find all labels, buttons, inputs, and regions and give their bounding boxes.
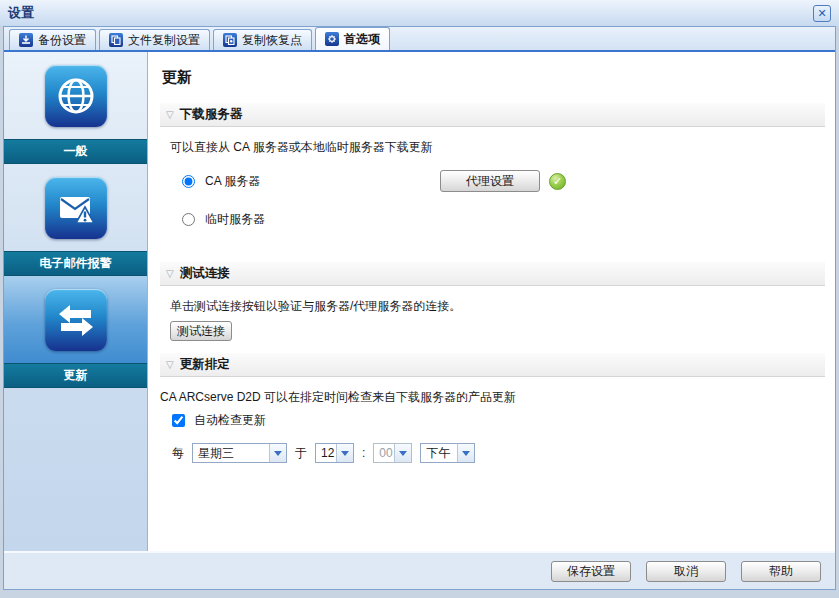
ca-server-label: CA 服务器	[205, 173, 260, 190]
file-copy-icon	[109, 33, 123, 47]
section-test-connection: ▽ 测试连接 单击测试连接按钮以验证与服务器/代理服务器的连接。 测试连接	[160, 262, 825, 353]
copy-recovery-icon	[223, 33, 237, 47]
main-content: 更新 ▽ 下载服务器 可以直接从 CA 服务器或本地临时服务器下载更新 CA 服…	[148, 52, 835, 551]
section-header-label: 下载服务器	[180, 106, 243, 123]
download-server-description: 可以直接从 CA 服务器或本地临时服务器下载更新	[170, 139, 825, 156]
sidebar-item-label: 一般	[4, 139, 147, 164]
collapse-icon[interactable]: ▽	[166, 110, 174, 120]
green-check-icon: ✓	[549, 173, 566, 190]
sidebar-item-label: 更新	[4, 363, 147, 388]
tab-label: 备份设置	[38, 32, 86, 49]
hour-select[interactable]: 12	[315, 443, 354, 463]
save-settings-button[interactable]: 保存设置	[551, 561, 631, 582]
chevron-down-icon[interactable]	[457, 444, 474, 462]
close-icon[interactable]: ✕	[813, 5, 831, 22]
auto-check-updates-checkbox[interactable]	[172, 414, 185, 427]
settings-dialog: 设置 ✕ 备份设置 文件复制设置 复制恢复点	[0, 0, 839, 598]
sidebar-item-general[interactable]: 一般	[4, 52, 147, 164]
page-title: 更新	[162, 68, 825, 87]
every-label: 每	[172, 445, 184, 462]
test-connection-button[interactable]: 测试连接	[170, 321, 232, 341]
test-connection-description: 单击测试连接按钮以验证与服务器/代理服务器的连接。	[170, 298, 825, 315]
email-alert-icon	[45, 177, 107, 239]
window-title: 设置	[8, 4, 34, 22]
staging-server-label: 临时服务器	[205, 211, 265, 228]
day-of-week-value: 星期三	[193, 444, 269, 462]
hour-value: 12	[316, 444, 336, 462]
dialog-panel: 备份设置 文件复制设置 复制恢复点 首选项	[3, 26, 836, 590]
tab-label: 文件复制设置	[128, 32, 200, 49]
tab-file-copy-settings[interactable]: 文件复制设置	[99, 29, 210, 50]
schedule-row: 每 星期三 于 12 : 00	[172, 443, 825, 463]
ampm-value: 下午	[421, 444, 457, 462]
staging-server-radio-row: 临时服务器	[182, 208, 825, 230]
minute-select[interactable]: 00	[373, 443, 412, 463]
ca-server-radio-row: CA 服务器 代理设置 ✓	[182, 170, 825, 192]
title-bar: 设置 ✕	[0, 0, 839, 26]
tab-preferences[interactable]: 首选项	[315, 27, 390, 50]
sidebar-item-updates[interactable]: 更新	[4, 276, 147, 388]
at-label: 于	[295, 445, 307, 462]
staging-server-radio[interactable]	[182, 213, 195, 226]
tab-strip: 备份设置 文件复制设置 复制恢复点 首选项	[4, 27, 835, 52]
dialog-body: 一般 电子邮件报	[4, 52, 835, 551]
sidebar: 一般 电子邮件报	[4, 52, 148, 551]
section-download-server: ▽ 下载服务器 可以直接从 CA 服务器或本地临时服务器下载更新 CA 服务器 …	[160, 103, 825, 262]
tab-label: 首选项	[344, 31, 380, 48]
footer-bar: 保存设置 取消 帮助	[4, 551, 835, 589]
update-schedule-description: CA ARCserve D2D 可以在排定时间检查来自下载服务器的产品更新	[160, 389, 825, 406]
section-header-label: 测试连接	[180, 265, 230, 282]
ampm-select[interactable]: 下午	[420, 443, 475, 463]
update-arrows-icon	[45, 289, 107, 351]
globe-icon	[45, 65, 107, 127]
sidebar-item-label: 电子邮件报警	[4, 251, 147, 276]
minute-value: 00	[374, 444, 394, 462]
auto-check-label: 自动检查更新	[194, 412, 266, 429]
gear-icon	[325, 32, 339, 46]
chevron-down-icon[interactable]	[269, 444, 286, 462]
cancel-button[interactable]: 取消	[646, 561, 726, 582]
tab-label: 复制恢复点	[242, 32, 302, 49]
section-update-schedule: ▽ 更新排定 CA ARCserve D2D 可以在排定时间检查来自下载服务器的…	[160, 353, 825, 479]
sidebar-item-email-alerts[interactable]: 电子邮件报警	[4, 164, 147, 276]
collapse-icon[interactable]: ▽	[166, 269, 174, 279]
tab-backup-settings[interactable]: 备份设置	[9, 29, 96, 50]
auto-check-row: 自动检查更新	[172, 412, 825, 429]
collapse-icon[interactable]: ▽	[166, 360, 174, 370]
tab-copy-recovery-points[interactable]: 复制恢复点	[213, 29, 312, 50]
time-separator: :	[362, 446, 365, 460]
help-button[interactable]: 帮助	[741, 561, 821, 582]
proxy-settings-button[interactable]: 代理设置	[440, 170, 540, 192]
ca-server-radio[interactable]	[182, 175, 195, 188]
section-header-label: 更新排定	[180, 356, 230, 373]
chevron-down-icon[interactable]	[394, 444, 411, 462]
chevron-down-icon[interactable]	[336, 444, 353, 462]
day-of-week-select[interactable]: 星期三	[192, 443, 287, 463]
backup-icon	[19, 33, 33, 47]
